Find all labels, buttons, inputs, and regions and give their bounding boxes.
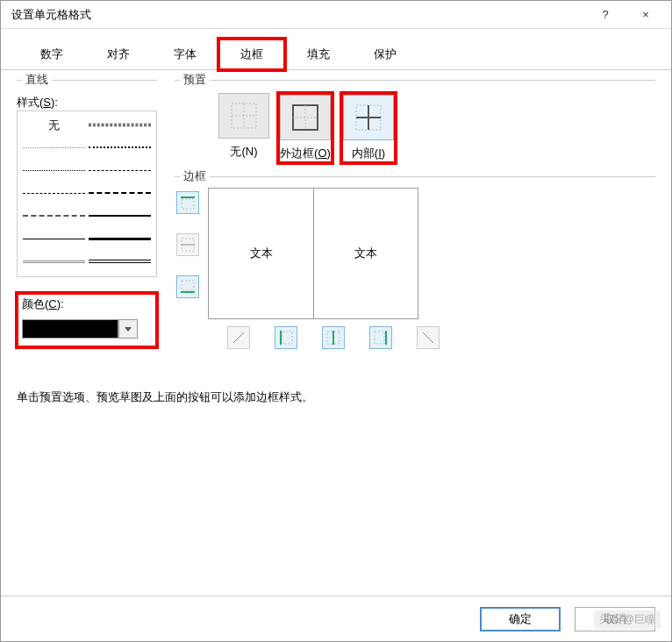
border-bottom-button[interactable] [176, 275, 199, 298]
svg-line-22 [423, 332, 433, 343]
ok-button[interactable]: 确定 [480, 607, 561, 631]
line-style-option[interactable] [89, 208, 151, 224]
tabs: 数字 对齐 字体 边框 填充 保护 [1, 29, 671, 70]
line-style-option[interactable] [23, 162, 85, 178]
line-style-option[interactable] [89, 253, 151, 269]
line-style-none[interactable]: 无 [23, 117, 85, 134]
line-style-option[interactable] [89, 139, 151, 155]
titlebar: 设置单元格格式 ? × [1, 1, 671, 29]
preset-section-label: 预置 [180, 72, 210, 88]
preset-none-icon [231, 103, 257, 129]
tab-fill[interactable]: 填充 [285, 39, 352, 70]
svg-rect-20 [375, 332, 384, 344]
preset-inside[interactable]: 内部(I) [341, 93, 396, 163]
hint-text: 单击预置选项、预览草图及上面的按钮可以添加边框样式。 [17, 389, 655, 405]
color-label: 颜色(C): [22, 296, 152, 312]
svg-line-15 [233, 332, 244, 343]
border-diag-up-button[interactable] [227, 326, 250, 349]
color-group: 颜色(C): [17, 293, 157, 347]
tab-protect[interactable]: 保护 [352, 39, 418, 70]
svg-rect-10 [182, 199, 194, 209]
left-column: 直线 样式(S): 无 颜色(C): [17, 81, 157, 356]
preview-text: 文本 [354, 246, 377, 261]
content: 直线 样式(S): 无 颜色(C): [1, 70, 671, 367]
svg-rect-13 [182, 281, 194, 290]
watermark: 头条 @巨瞳 [594, 610, 661, 629]
line-section-label: 直线 [22, 72, 52, 88]
tab-align[interactable]: 对齐 [85, 39, 152, 70]
line-style-option[interactable] [23, 208, 85, 224]
preset-none[interactable]: 无(N) [218, 93, 269, 163]
tab-font[interactable]: 字体 [152, 39, 218, 70]
border-vmiddle-button[interactable] [322, 326, 345, 349]
line-style-option[interactable] [23, 139, 85, 155]
line-style-option[interactable] [89, 117, 151, 132]
tab-number[interactable]: 数字 [18, 39, 85, 70]
right-column: 预置 无(N) 外边框(O) 内部(I) [175, 81, 655, 356]
line-style-option[interactable] [89, 162, 151, 178]
preset-outline-label: 外边框(O) [280, 146, 331, 161]
border-left-button[interactable] [275, 326, 297, 349]
border-hmiddle-button[interactable] [176, 233, 199, 256]
close-button[interactable]: × [626, 1, 666, 29]
border-top-button[interactable] [176, 191, 199, 214]
line-style-option[interactable] [89, 231, 151, 246]
group-preset: 预置 [175, 80, 655, 81]
group-border: 边框 [175, 176, 655, 177]
preset-inside-label: 内部(I) [352, 146, 385, 161]
line-style-option[interactable] [23, 253, 85, 269]
tab-border[interactable]: 边框 [218, 39, 285, 70]
style-label: 样式(S): [17, 95, 157, 111]
border-preview[interactable]: 文本 文本 [208, 188, 418, 319]
color-dropdown[interactable] [118, 319, 138, 339]
line-style-option[interactable] [23, 231, 85, 246]
preset-inside-icon [355, 104, 382, 131]
chevron-down-icon [125, 327, 132, 332]
footer: 确定 取消 [1, 596, 671, 641]
help-button[interactable]: ? [585, 1, 626, 29]
window-title: 设置单元格格式 [11, 7, 585, 23]
border-section-label: 边框 [180, 168, 210, 184]
line-style-option[interactable] [23, 185, 85, 201]
line-style-list[interactable]: 无 [17, 111, 157, 277]
border-right-button[interactable] [369, 326, 392, 349]
preset-none-label: 无(N) [230, 144, 257, 160]
svg-rect-17 [282, 332, 292, 344]
group-line: 直线 [17, 80, 157, 81]
preview-text: 文本 [250, 246, 273, 261]
preset-outline[interactable]: 外边框(O) [278, 93, 332, 163]
border-diag-down-button[interactable] [417, 326, 440, 349]
color-swatch[interactable] [22, 319, 118, 339]
preset-outline-icon [292, 104, 318, 131]
line-style-option[interactable] [89, 185, 151, 201]
